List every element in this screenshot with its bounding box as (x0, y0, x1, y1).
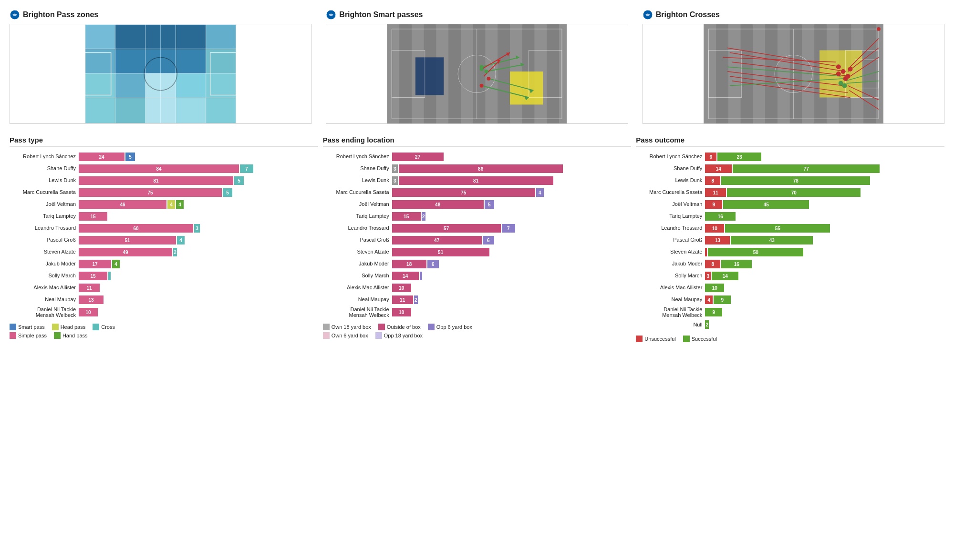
simple-pass-bar: 49 (79, 248, 172, 256)
opp18-bar: 2 (422, 212, 425, 221)
player-name: Jakub Moder (323, 261, 392, 267)
pass-outcome-chart: Pass outcome Robert Lynch Sánchez 6 23 S… (636, 136, 944, 342)
player-name: Tariq Lamptey (636, 213, 705, 219)
pass-zones-svg (10, 24, 311, 123)
cross-bar: 5 (234, 176, 244, 185)
legend-own6-label: Own 6 yard box (332, 333, 368, 338)
svg-point-119 (845, 74, 850, 79)
table-row: Neal Maupay 13 (10, 295, 318, 305)
player-name: Steven Alzate (636, 249, 705, 255)
smart-passes-label: Brighton Smart passes (339, 10, 423, 19)
outside-box-bar: 15 (392, 212, 421, 221)
legend-successful-label: Successful (692, 336, 717, 342)
svg-rect-10 (176, 49, 206, 74)
cross-bar: 2 (173, 248, 177, 256)
player-name: Neal Maupay (323, 296, 392, 303)
unsuccessful-bar: 6 (705, 153, 716, 161)
svg-rect-42 (461, 24, 473, 123)
successful-bar: 77 (733, 164, 880, 173)
pass-ending-legend: Own 18 yard box Outside of box Opp 6 yar… (323, 324, 632, 339)
successful-color (683, 336, 690, 342)
outside-box-bar: 10 (392, 284, 411, 292)
table-row: Daniel Nii TackieMensah Welbeck 9 (636, 306, 944, 318)
successful-bar: 55 (725, 224, 830, 233)
player-name: Alexis Mac Allister (10, 285, 79, 291)
table-row: Lewis Dunk 3 81 (323, 175, 632, 186)
successful-bar: 9 (705, 308, 722, 316)
player-name: Steven Alzate (10, 249, 79, 255)
player-name: Robert Lynch Sánchez (323, 153, 392, 160)
table-row: Robert Lynch Sánchez 6 23 (636, 152, 944, 162)
outside-box-bar: 86 (399, 164, 563, 173)
player-name: Lewis Dunk (323, 177, 392, 183)
table-row: Daniel Nii TackieMensah Welbeck 10 (10, 306, 318, 318)
table-row: Steven Alzate 51 (323, 247, 632, 257)
successful-bar: 45 (723, 200, 809, 209)
simple-pass-bar: 24 (79, 153, 124, 161)
svg-rect-81 (753, 24, 765, 123)
outside-box-bar: 48 (392, 200, 484, 209)
hand-pass-bar: 4 (176, 200, 184, 209)
player-name: Marc Cucurella Saseta (636, 189, 705, 195)
cross-bar: 5 (223, 188, 232, 197)
svg-rect-43 (473, 24, 486, 123)
own18-bar: 3 (392, 164, 398, 173)
outside-color (378, 324, 385, 330)
player-name: Pascal Groß (10, 237, 79, 243)
pass-type-legend: Smart pass Head pass Cross (10, 324, 318, 339)
player-name: Daniel Nii TackieMensah Welbeck (323, 306, 392, 318)
legend-hand-pass: Hand pass (54, 332, 88, 339)
table-row: Pascal Groß 13 43 (636, 235, 944, 245)
table-row: Joël Veltman 46 4 4 (10, 199, 318, 210)
unsuccessful-bar: 9 (705, 200, 722, 209)
table-row: Jakub Moder 17 4 (10, 259, 318, 269)
simple-pass-bar: 60 (79, 224, 193, 233)
player-name: Solly March (323, 273, 392, 279)
table-row: Joël Veltman 48 5 (323, 199, 632, 210)
svg-rect-36 (387, 24, 400, 123)
brighton-icon-3 (643, 10, 653, 20)
table-row: Shane Duffy 14 77 (636, 163, 944, 174)
pass-zones-pitch (10, 24, 311, 124)
table-row: Robert Lynch Sánchez 24 5 (10, 152, 318, 162)
table-row: Lewis Dunk 81 5 (10, 175, 318, 186)
table-row: Tariq Lamptey 15 (10, 211, 318, 222)
successful-bar: 23 (717, 153, 761, 161)
outside-box-bar: 10 (392, 308, 411, 316)
outside-box-bar: 27 (392, 153, 444, 161)
table-row: Jakub Moder 8 16 (636, 259, 944, 269)
player-name: Alexis Mac Allister (323, 285, 392, 291)
legend-simple-pass-label: Simple pass (18, 333, 47, 338)
cross-bar (108, 272, 111, 280)
crosses-label: Brighton Crosses (656, 10, 720, 19)
outside-box-bar: 47 (392, 236, 482, 244)
smart-pass-bar: 5 (125, 153, 135, 161)
successful-bar: 9 (714, 295, 731, 304)
table-row: Lewis Dunk 8 78 (636, 175, 944, 186)
smart-passes-svg (326, 24, 627, 123)
own18-color (323, 324, 330, 330)
svg-point-122 (848, 67, 852, 71)
unsuccessful-bar (705, 248, 707, 256)
simple-pass-bar: 81 (79, 176, 233, 185)
player-name: Shane Duffy (636, 165, 705, 172)
opp18-bar: 2 (414, 295, 418, 304)
simple-pass-color (10, 332, 16, 339)
table-row: Tariq Lamptey 16 (636, 211, 944, 222)
player-name: Pascal Groß (323, 237, 392, 243)
simple-pass-bar: 13 (79, 295, 104, 304)
svg-rect-20 (176, 98, 206, 123)
svg-rect-8 (115, 49, 145, 74)
cross-color (93, 324, 99, 330)
opp18-bar: 4 (536, 188, 544, 197)
smart-passes-title: Brighton Smart passes (326, 10, 628, 20)
simple-pass-bar: 15 (79, 272, 107, 280)
head-pass-color (52, 324, 59, 330)
own6-color (323, 332, 330, 339)
smart-passes-section: Brighton Smart passes (326, 10, 628, 124)
head-pass-bar: 4 (167, 200, 175, 209)
pass-ending-chart: Pass ending location Robert Lynch Sánche… (323, 136, 632, 342)
successful-bar: 78 (721, 176, 870, 185)
svg-rect-2 (85, 24, 115, 49)
player-name: Marc Cucurella Saseta (10, 189, 79, 195)
